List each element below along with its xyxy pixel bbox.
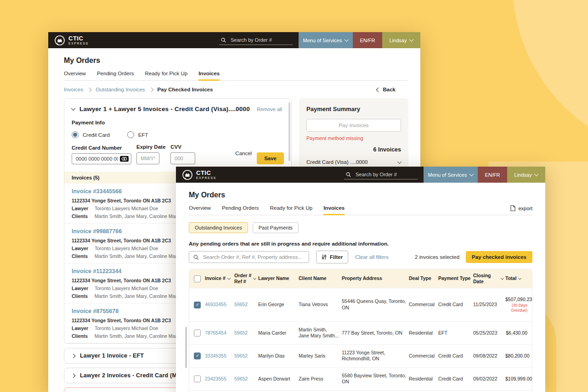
table-header-row: Invoice # Order # Ref # Lawyer Name Clie… bbox=[189, 269, 532, 288]
client-name-cell: Martin Smith, Jane Mary Smith... bbox=[299, 325, 342, 341]
chevron-right-icon bbox=[71, 353, 76, 358]
tab[interactable]: Ready for Pick Up bbox=[145, 71, 187, 80]
tab[interactable]: Overview bbox=[189, 205, 211, 215]
table-search-input[interactable] bbox=[202, 254, 305, 260]
language-toggle-button[interactable]: EN/FR bbox=[353, 32, 382, 48]
client-name-cell: Tiana Vetrovs bbox=[299, 300, 342, 310]
sort-chevron-icon[interactable] bbox=[227, 276, 231, 280]
client-name-cell: Zaire Press bbox=[299, 374, 342, 384]
lawyer-label: Lawyer bbox=[72, 206, 95, 211]
export-file-icon bbox=[510, 205, 515, 211]
menu-of-services-button[interactable]: Menu of Services bbox=[299, 32, 353, 48]
invoice-number-cell[interactable]: 78765454 bbox=[205, 328, 234, 338]
column-header[interactable]: Payment Type bbox=[438, 275, 473, 281]
column-header[interactable]: Deal Type bbox=[409, 275, 438, 281]
ctic-logo[interactable]: CTIC EXPRESS bbox=[48, 32, 89, 48]
tab[interactable]: Pending Orders bbox=[97, 71, 134, 80]
property-address-cell: 5580 Bayview Street, Toronto, ON bbox=[342, 371, 409, 387]
column-header[interactable]: Property Address bbox=[342, 275, 409, 281]
user-menu-button[interactable]: Lindsay bbox=[382, 32, 420, 48]
user-menu-button[interactable]: Lindsay bbox=[507, 167, 545, 183]
column-header[interactable]: Order # Ref # bbox=[234, 273, 258, 285]
table-row[interactable]: 46933455 59652 Erin George Tiana Vetrovs… bbox=[189, 288, 532, 321]
breadcrumb-item[interactable]: Pay Checked Invoices bbox=[158, 87, 213, 92]
radio-eft[interactable]: EFT bbox=[127, 131, 148, 138]
lawyer-name-cell: Maria Carder bbox=[258, 328, 299, 338]
tab[interactable]: Pending Orders bbox=[222, 205, 259, 215]
radio-credit-card[interactable]: Credit Card bbox=[72, 131, 110, 138]
clients-label: Clients bbox=[72, 213, 95, 219]
payment-method-row[interactable]: Credit Card (Visa) ....0000 bbox=[306, 159, 401, 165]
tab[interactable]: Overview bbox=[64, 71, 86, 80]
table-row[interactable]: 23423555 59652 Aspen Dorwart Zaire Press… bbox=[189, 367, 532, 390]
invoice-number-cell[interactable]: 23423555 bbox=[205, 374, 234, 384]
filter-pill[interactable]: Outstanding Invoices bbox=[189, 222, 248, 233]
deal-type-cell: Commercial bbox=[409, 300, 438, 310]
expiry-input[interactable] bbox=[136, 152, 159, 164]
tab[interactable]: Invoices bbox=[198, 71, 220, 80]
order-ref-cell[interactable]: 59652 bbox=[234, 351, 258, 361]
total-cell: $6,430.00 bbox=[505, 322, 532, 344]
tab[interactable]: Ready for Pick Up bbox=[270, 205, 312, 215]
clear-all-filters-link[interactable]: Clear all filters bbox=[355, 254, 389, 260]
breadcrumb-separator-icon bbox=[149, 87, 153, 92]
menu-of-services-button[interactable]: Menu of Services bbox=[424, 167, 478, 183]
lawyer-label: Lawyer bbox=[72, 286, 95, 291]
pay-checked-invoices-button[interactable]: Pay checked invoices bbox=[466, 251, 532, 263]
payment-method-error: Payment method missing bbox=[306, 135, 401, 141]
order-ref-cell[interactable]: 59652 bbox=[234, 374, 258, 384]
export-button[interactable]: export bbox=[510, 205, 532, 211]
collapsed-accordion-title: Lawyer 1 Invoice - EFT bbox=[80, 353, 144, 359]
table-search[interactable] bbox=[189, 251, 309, 263]
invoice-number-cell[interactable]: 33345355 bbox=[205, 351, 234, 361]
sort-chevron-icon[interactable] bbox=[501, 276, 504, 280]
column-header[interactable]: Total bbox=[505, 275, 532, 281]
filter-button[interactable]: Filter bbox=[316, 251, 348, 263]
row-checkbox[interactable] bbox=[194, 375, 201, 382]
breadcrumb-item[interactable]: Outstanding Invoices bbox=[96, 87, 145, 92]
total-cell: $80,200.00 bbox=[505, 345, 532, 367]
cancel-button[interactable]: Cancel bbox=[235, 151, 252, 156]
row-checkbox[interactable] bbox=[194, 353, 201, 359]
ctic-logo[interactable]: CTIC EXPRESS bbox=[176, 167, 216, 183]
column-header[interactable]: Invoice # bbox=[205, 275, 234, 281]
select-all-checkbox[interactable] bbox=[194, 275, 201, 282]
property-address-cell: 777 Bay Street, Toronto, ON bbox=[342, 328, 409, 338]
column-header[interactable]: Closing Date bbox=[473, 273, 505, 285]
language-toggle-button[interactable]: EN/FR bbox=[478, 167, 507, 183]
search-by-order-input[interactable] bbox=[355, 171, 416, 178]
order-search[interactable] bbox=[344, 170, 418, 179]
invoice-number-cell[interactable]: 46933455 bbox=[205, 300, 234, 310]
sort-chevron-icon[interactable] bbox=[518, 276, 521, 280]
breadcrumb-separator-icon bbox=[87, 87, 92, 92]
cvv-input[interactable] bbox=[170, 152, 195, 164]
order-ref-cell[interactable]: 59652 bbox=[234, 328, 258, 338]
table-row[interactable]: 33345355 59652 Marilyn Dias Marley Saris… bbox=[189, 344, 532, 367]
scrollbar-thumb[interactable] bbox=[185, 327, 187, 368]
table-row[interactable]: 77645345 59652 54885455 Paityn Calzoni C… bbox=[189, 390, 532, 392]
filter-pill[interactable]: Past Payments bbox=[253, 222, 299, 233]
total-cell: $507,090.23 (30 Days Overdue) bbox=[505, 288, 532, 321]
row-checkbox[interactable] bbox=[194, 330, 201, 336]
payment-type-cell: Credit Card bbox=[438, 374, 473, 384]
order-search[interactable] bbox=[219, 35, 293, 45]
save-button[interactable]: Save bbox=[257, 152, 284, 164]
accordion-title: Lawyer 1 + Lawyer 5 Invoices - Credit Ca… bbox=[79, 106, 250, 112]
table-row[interactable]: 78765454 59652 Maria Carder Martin Smith… bbox=[189, 321, 532, 344]
breadcrumb-item[interactable]: Invoices bbox=[64, 87, 83, 92]
client-name-cell: Marley Saris bbox=[299, 351, 342, 361]
search-by-order-input[interactable] bbox=[230, 37, 291, 43]
order-ref-cell[interactable]: 59652 bbox=[234, 300, 258, 310]
remove-all-link[interactable]: Remove all bbox=[257, 106, 284, 112]
accordion-header[interactable]: Lawyer 1 + Lawyer 5 Invoices - Credit Ca… bbox=[64, 99, 291, 114]
column-header[interactable]: Lawyer Name bbox=[258, 275, 299, 281]
back-button[interactable]: Back bbox=[377, 87, 396, 92]
row-checkbox[interactable] bbox=[194, 302, 201, 308]
sort-chevron-icon[interactable] bbox=[253, 276, 256, 280]
pay-invoices-button[interactable]: Pay Invoices bbox=[306, 119, 401, 132]
column-header[interactable]: Client Name bbox=[299, 275, 342, 281]
tab[interactable]: Invoices bbox=[323, 205, 345, 215]
brand-name: CTIC bbox=[196, 170, 216, 176]
payment-type-cell: Credit Card bbox=[438, 351, 473, 361]
card-scrollbar[interactable] bbox=[288, 102, 290, 161]
